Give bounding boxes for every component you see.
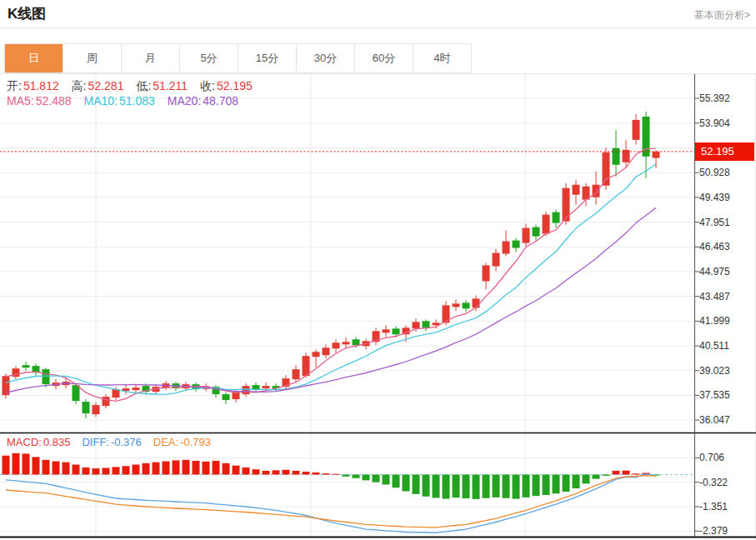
- ma-legend-row: MA5:52.488MA10:51.083MA20:48.708: [7, 93, 251, 108]
- main-axis-label: 46.463: [699, 241, 751, 252]
- ohlc-row: 开:51.812高:52.281低:51.211收:52.195: [7, 78, 265, 94]
- legend-item: 收:52.195: [200, 79, 253, 92]
- current-price-tag: 52.195: [695, 142, 754, 161]
- ma5-line: [6, 148, 656, 401]
- header: K线图 基本面分析>: [0, 0, 756, 28]
- ma-lines-layer: [6, 148, 656, 401]
- macd-axis-label: -2.379: [699, 525, 751, 537]
- main-axis-label: 41.999: [699, 315, 751, 327]
- main-axis-label: 44.975: [699, 266, 751, 278]
- macd-axis-label: -0.322: [699, 477, 751, 488]
- main-axis-label: 40.511: [699, 340, 751, 352]
- tab-日[interactable]: 日: [5, 44, 63, 72]
- tab-周[interactable]: 周: [63, 44, 122, 72]
- macd-legend-row: MACD:0.835DIFF:-0.376DEA:-0.793: [7, 434, 223, 449]
- period-tab-bar: 日周月5分15分30分60分4时: [4, 43, 472, 73]
- legend-item: MACD:0.835: [7, 436, 70, 448]
- current-price-value: 52.195: [701, 145, 734, 158]
- gridlines-layer: [0, 74, 694, 537]
- legend-item: 开:51.812: [7, 79, 59, 92]
- chart-area[interactable]: 开:51.812高:52.281低:51.211收:52.195 MA5:52.…: [0, 73, 756, 540]
- legend-item: MA5:52.488: [7, 94, 72, 108]
- main-axis-label: 55.392: [699, 92, 751, 104]
- main-axis-label: 49.439: [699, 192, 751, 203]
- main-axis-label: 39.023: [699, 365, 751, 377]
- tab-30分[interactable]: 30分: [297, 44, 355, 72]
- main-axis-label: 37.535: [699, 389, 751, 401]
- main-axis-label: 53.904: [699, 118, 751, 129]
- main-axis-label: 43.487: [699, 291, 751, 302]
- tab-60分[interactable]: 60分: [355, 44, 413, 72]
- legend-item: 低:51.211: [136, 79, 188, 92]
- legend-item: DEA:-0.793: [153, 436, 211, 448]
- main-axis-label: 36.047: [699, 414, 751, 426]
- legend-item: MA20:48.708: [168, 94, 238, 108]
- main-axis-label: 50.928: [699, 167, 751, 178]
- kline-page: { "header": { "title": "K线图", "link": "基…: [0, 0, 756, 540]
- tab-15分[interactable]: 15分: [238, 44, 297, 72]
- macd-axis-label: -1.351: [699, 501, 751, 512]
- legend-item: MA10:51.083: [84, 94, 155, 108]
- tab-5分[interactable]: 5分: [180, 44, 238, 72]
- main-axis-label: 47.951: [699, 217, 751, 228]
- tab-4时[interactable]: 4时: [413, 44, 471, 72]
- macd-histogram-layer: [3, 453, 660, 499]
- legend-item: DIFF:-0.376: [82, 436, 141, 448]
- ma10-line: [6, 164, 656, 395]
- tab-月[interactable]: 月: [122, 44, 180, 72]
- macd-axis-label: 0.706: [699, 452, 751, 463]
- fundamental-analysis-link[interactable]: 基本面分析>: [694, 8, 750, 22]
- page-title: K线图: [8, 4, 46, 23]
- chart-svg[interactable]: [0, 74, 756, 540]
- legend-item: 高:52.281: [72, 79, 124, 92]
- ma20-line: [6, 208, 656, 392]
